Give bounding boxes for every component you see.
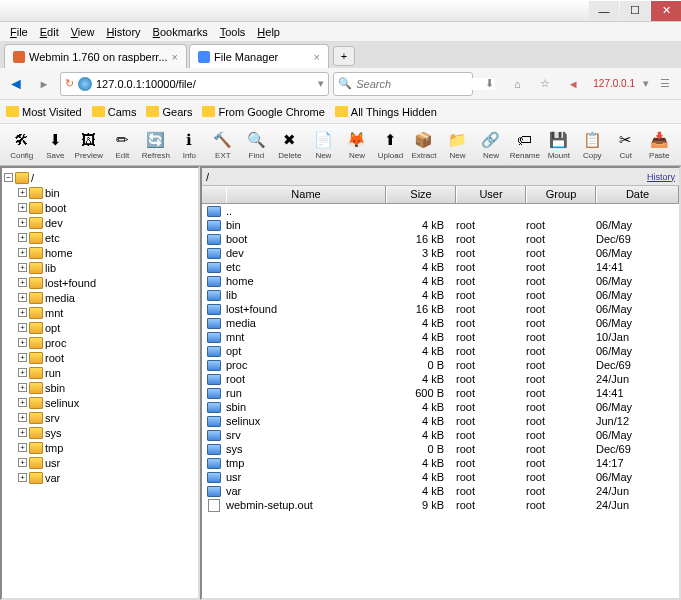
file-row[interactable]: srv4 kBrootroot06/May [202,428,679,442]
toolbar-new-button[interactable]: 📄New [308,126,340,164]
browser-tab[interactable]: Webmin 1.760 on raspberr...× [4,44,187,68]
tree-node[interactable]: +lib [4,260,196,275]
tab-close-icon[interactable]: × [172,51,178,63]
tree-node[interactable]: +proc [4,335,196,350]
file-row[interactable]: proc0 BrootrootDec/69 [202,358,679,372]
tree-node[interactable]: +sbin [4,380,196,395]
tree-node[interactable]: +home [4,245,196,260]
tree-node[interactable]: +srv [4,410,196,425]
menu-help[interactable]: Help [251,24,286,40]
tree-node[interactable]: +media [4,290,196,305]
expand-icon[interactable]: + [18,353,27,362]
file-row[interactable]: selinux4 kBrootrootJun/12 [202,414,679,428]
file-row[interactable]: lost+found16 kBrootroot06/May [202,302,679,316]
file-row[interactable]: run600 Brootroot14:41 [202,386,679,400]
menu-bookmarks[interactable]: Bookmarks [147,24,214,40]
toolbar-paste-button[interactable]: 📥Paste [644,126,676,164]
expand-icon[interactable]: + [18,278,27,287]
tab-close-icon[interactable]: × [314,51,320,63]
bookmark-item[interactable]: From Google Chrome [202,106,324,118]
tree-node[interactable]: +tmp [4,440,196,455]
toolbar-info-button[interactable]: ℹInfo [174,126,206,164]
toolbar-extract-button[interactable]: 📦Extract [408,126,440,164]
toolbar-refresh-button[interactable]: 🔄Refresh [140,126,172,164]
menu-history[interactable]: History [100,24,146,40]
expand-icon[interactable]: + [18,218,27,227]
expand-icon[interactable]: + [18,248,27,257]
url-input[interactable] [96,78,314,90]
expand-icon[interactable]: + [18,458,27,467]
bookmark-item[interactable]: Gears [146,106,192,118]
file-row[interactable]: var4 kBrootroot24/Jun [202,484,679,498]
tree-node[interactable]: +etc [4,230,196,245]
toolbar-config-button[interactable]: 🛠Config [6,126,38,164]
file-row[interactable]: mnt4 kBrootroot10/Jan [202,330,679,344]
toolbar-mount-button[interactable]: 💾Mount [543,126,575,164]
expand-icon[interactable]: + [18,188,27,197]
expand-icon[interactable]: + [18,383,27,392]
menu-view[interactable]: View [65,24,101,40]
history-link[interactable]: History [647,172,675,182]
window-maximize-button[interactable]: ☐ [620,1,650,21]
file-row[interactable]: usr4 kBrootroot06/May [202,470,679,484]
toolbar-new-button[interactable]: 📁New [442,126,474,164]
expand-icon[interactable]: + [18,398,27,407]
expand-icon[interactable]: + [18,233,27,242]
expand-icon[interactable]: + [18,428,27,437]
column-user[interactable]: User [456,186,526,203]
file-row[interactable]: home4 kBrootroot06/May [202,274,679,288]
expand-icon[interactable]: + [18,323,27,332]
toolbar-ext-button[interactable]: 🔨EXT [207,126,239,164]
tree-node[interactable]: +selinux [4,395,196,410]
tree-node[interactable]: +boot [4,200,196,215]
file-list[interactable]: ..bin4 kBrootroot06/Mayboot16 kBrootroot… [202,204,679,598]
file-row[interactable]: etc4 kBrootroot14:41 [202,260,679,274]
expand-icon[interactable]: + [18,263,27,272]
collapse-icon[interactable]: − [4,173,13,182]
file-row[interactable]: root4 kBrootroot24/Jun [202,372,679,386]
tree-node[interactable]: +opt [4,320,196,335]
tree-node[interactable]: +lost+found [4,275,196,290]
file-row[interactable]: opt4 kBrootroot06/May [202,344,679,358]
tree-node[interactable]: +var [4,470,196,485]
dropdown-icon[interactable]: ▾ [318,77,324,90]
toolbar-preview-button[interactable]: 🖼Preview [73,126,105,164]
column-name[interactable]: Name [226,186,386,203]
bookmark-star-button[interactable]: ☆ [533,72,557,96]
forward-button[interactable]: ► [32,72,56,96]
home-button[interactable]: ⌂ [505,72,529,96]
browser-tab[interactable]: File Manager× [189,44,329,68]
search-bar[interactable]: 🔍 [333,72,473,96]
file-row[interactable]: dev3 kBrootroot06/May [202,246,679,260]
tree-node[interactable]: +run [4,365,196,380]
column-group[interactable]: Group [526,186,596,203]
directory-tree[interactable]: −/+bin+boot+dev+etc+home+lib+lost+found+… [0,166,200,600]
file-row[interactable]: webmin-setup.out9 kBrootroot24/Jun [202,498,679,512]
search-input[interactable] [356,78,495,90]
bookmark-item[interactable]: Cams [92,106,137,118]
menu-tools[interactable]: Tools [214,24,252,40]
toolbar-upload-button[interactable]: ⬆Upload [375,126,407,164]
menu-button[interactable]: ☰ [653,72,677,96]
expand-icon[interactable]: + [18,308,27,317]
file-row[interactable]: tmp4 kBrootroot14:17 [202,456,679,470]
expand-icon[interactable]: + [18,413,27,422]
toolbar-find-button[interactable]: 🔍Find [241,126,273,164]
toolbar-delete-button[interactable]: ✖Delete [274,126,306,164]
file-row[interactable]: sbin4 kBrootroot06/May [202,400,679,414]
back-button[interactable]: ◄ [4,72,28,96]
file-row[interactable]: .. [202,204,679,218]
file-row[interactable]: media4 kBrootroot06/May [202,316,679,330]
reload-icon[interactable]: ↻ [65,77,74,90]
tree-node[interactable]: +dev [4,215,196,230]
bookmark-item[interactable]: All Things Hidden [335,106,437,118]
expand-icon[interactable]: + [18,203,27,212]
window-minimize-button[interactable]: — [589,1,619,21]
expand-icon[interactable]: + [18,368,27,377]
tree-node[interactable]: +bin [4,185,196,200]
tree-node[interactable]: +sys [4,425,196,440]
tree-node[interactable]: +mnt [4,305,196,320]
file-row[interactable]: lib4 kBrootroot06/May [202,288,679,302]
toolbar-save-button[interactable]: ⬇Save [40,126,72,164]
file-row[interactable]: bin4 kBrootroot06/May [202,218,679,232]
